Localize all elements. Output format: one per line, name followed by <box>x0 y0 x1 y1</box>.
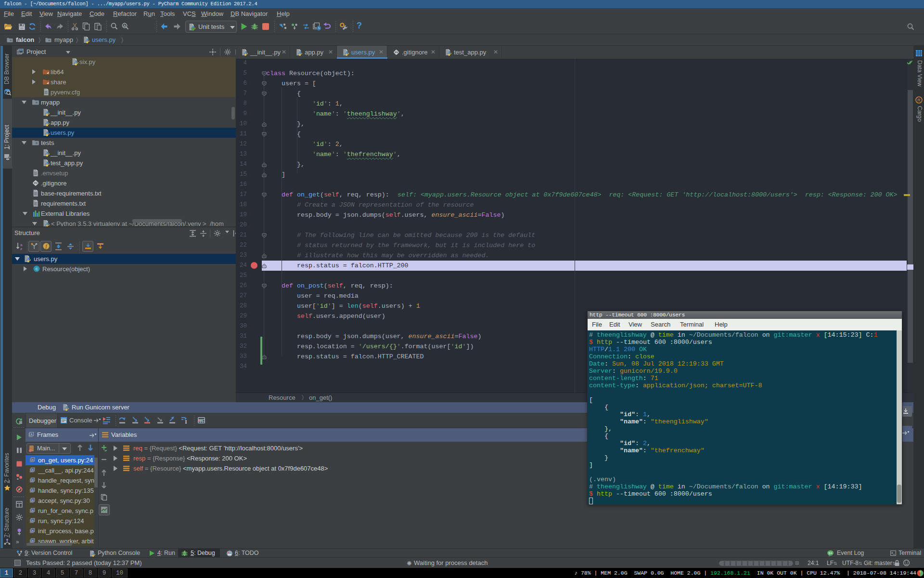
svg-text:R: R <box>917 98 921 103</box>
svg-text:z: z <box>20 247 22 250</box>
svg-text:9+: 9+ <box>828 551 833 555</box>
svg-text:A: A <box>123 24 126 28</box>
